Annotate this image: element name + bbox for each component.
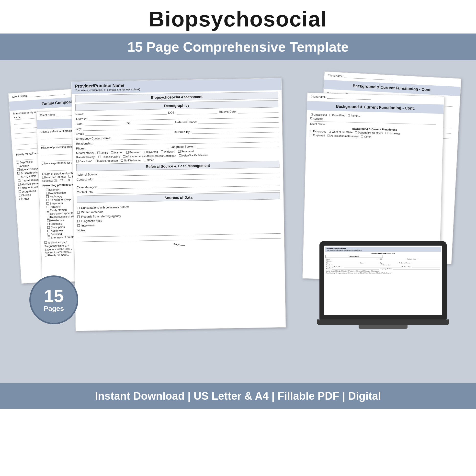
severity-label: Severity:	[42, 179, 53, 182]
laptop-phone-row: Phone : Language Spoken:	[326, 268, 440, 270]
contact-info2-label: Contact Info:	[77, 190, 93, 194]
bottom-banner: Instant Download | US Letter & A4 | Fill…	[0, 383, 476, 409]
referred-by-label: Referred By:	[174, 130, 190, 134]
subtitle: 15 Page Comprehensive Template	[10, 39, 466, 55]
laptop-preview: Provider/Practice Name Your name, creden…	[320, 241, 447, 334]
laptop-screen: Provider/Practice Name Your name, creden…	[324, 246, 442, 315]
laptop-base	[317, 320, 449, 325]
dob-label: DOB:	[168, 111, 175, 115]
family-client-label: Client Name:	[12, 94, 28, 98]
city-label: City:	[76, 127, 82, 131]
badge-number: 15	[44, 287, 64, 305]
case-manager-label: Case Manager:	[77, 186, 97, 189]
referral-source-label: Referral Source:	[77, 173, 98, 177]
laptop-city-row: City: State: Zip: Preferred Phone:	[326, 262, 440, 264]
race-label: Race/ethnicity:	[76, 155, 95, 159]
language-label: Language Spoken:	[170, 145, 195, 149]
laptop-assessment: Biopsychosocial Assessment	[325, 253, 441, 254]
laptop-name-row: Name: DOB: Today's Date:	[326, 258, 440, 260]
laptop-race-row: Race/ethnicity: ☐Hispanic/Latino ☐Africa…	[326, 272, 440, 274]
laptop-address-row: Address:	[326, 260, 440, 262]
marital-label: Marital status:	[76, 151, 94, 155]
badge-label: Pages	[44, 305, 64, 313]
name-label: Name:	[75, 112, 84, 116]
laptop-stand	[358, 325, 408, 329]
top-section: Biopsychosocial	[0, 0, 476, 34]
laptop-body: Provider/Practice Name Your name, creden…	[320, 241, 447, 320]
zip-label: Zip:	[126, 121, 131, 125]
notes-section: Notes:	[78, 225, 281, 242]
doc-stack: Client Name: Background & Current Functi…	[15, 70, 461, 339]
state-label: State:	[76, 122, 84, 126]
relationship-label: Relationship:	[76, 142, 93, 145]
phone-label: Phone:	[76, 147, 85, 150]
main-title: Biopsychosocial	[5, 7, 471, 31]
emergency-label: Emergency Contact Name:	[76, 136, 111, 141]
laptop-provider: Provider/Practice Name Your name, creden…	[325, 247, 441, 252]
todays-date-label: Today's Date:	[219, 110, 237, 114]
contact-info-label: Contact Info:	[77, 178, 93, 181]
address-label: Address:	[76, 117, 87, 121]
middle-section: Client Name: Background & Current Functi…	[0, 60, 476, 383]
pages-badge: 15 Pages	[29, 275, 78, 324]
email-label: Email:	[76, 132, 84, 136]
blue-banner: 15 Page Comprehensive Template	[0, 34, 476, 60]
bottom-text: Instant Download | US Letter & A4 | Fill…	[10, 390, 466, 402]
preferred-phone-label: Preferred Phone:	[174, 120, 197, 124]
family-name-col: Name	[14, 116, 21, 119]
provider-header: Provider/Practice Name Your name, creden…	[71, 78, 282, 94]
notes-label: Notes:	[78, 228, 86, 232]
doc-main: Provider/Practice Name Your name, creden…	[71, 78, 286, 331]
laptop-marital-row: Marital status: ☐Single ☐Married ☐Partne…	[326, 270, 440, 272]
laptop-emergency-row: Emergency Contact Name: Relationship:	[326, 266, 440, 268]
laptop-email-row: Email: Referred By:	[326, 264, 440, 266]
